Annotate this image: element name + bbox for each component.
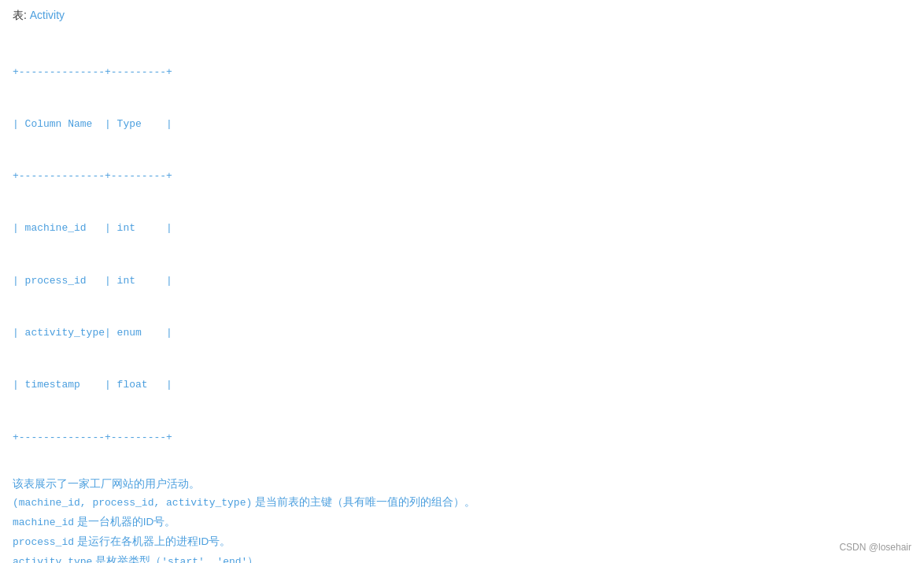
schema-row-timestamp: | timestamp | float |: [13, 376, 911, 394]
desc-process-id: process_id: [13, 536, 74, 548]
schema-header: | Column Name | Type |: [13, 116, 911, 133]
desc-line5-text: 是枚举类型（: [92, 555, 161, 563]
desc-line4-text: 是运行在各机器上的进程ID号。: [74, 535, 231, 547]
table-label-text: 表:: [13, 9, 30, 21]
desc-line2-mono: (machine_id, process_id, activity_type): [13, 497, 252, 509]
schema-table: +--------------+---------+ | Column Name…: [13, 28, 911, 463]
table-name: Activity: [30, 9, 65, 21]
desc-line1: 该表展示了一家工厂网站的用户活动。: [13, 475, 911, 494]
desc-activity-type: activity_type: [13, 556, 92, 563]
schema-header-sep: +--------------+---------+: [13, 168, 911, 185]
schema-row-process-id: | process_id | int |: [13, 272, 911, 290]
desc-line3-text: 是一台机器的ID号。: [74, 516, 176, 528]
description-block: 该表展示了一家工厂网站的用户活动。 (machine_id, process_i…: [13, 475, 911, 563]
table-label: 表: Activity: [13, 6, 911, 24]
desc-line5-end: ）。: [247, 555, 269, 563]
desc-machine-id: machine_id: [13, 517, 74, 528]
desc-enum-values: 'start', 'end': [161, 556, 247, 563]
schema-border-bottom: +--------------+---------+: [13, 429, 911, 446]
desc-line5: activity_type 是枚举类型（'start', 'end'）。: [13, 552, 911, 563]
desc-line3: machine_id 是一台机器的ID号。: [13, 513, 911, 532]
schema-row-machine-id: | machine_id | int |: [13, 220, 911, 237]
schema-row-activity-type: | activity_type| enum |: [13, 324, 911, 342]
desc-line2: (machine_id, process_id, activity_type) …: [13, 493, 911, 513]
watermark: CSDN @losehair: [839, 540, 911, 555]
schema-border-top: +--------------+---------+: [13, 64, 911, 81]
desc-line4: process_id 是运行在各机器上的进程ID号。: [13, 532, 911, 552]
desc-line2-text: 是当前表的主键（具有唯一值的列的组合）。: [252, 496, 475, 508]
